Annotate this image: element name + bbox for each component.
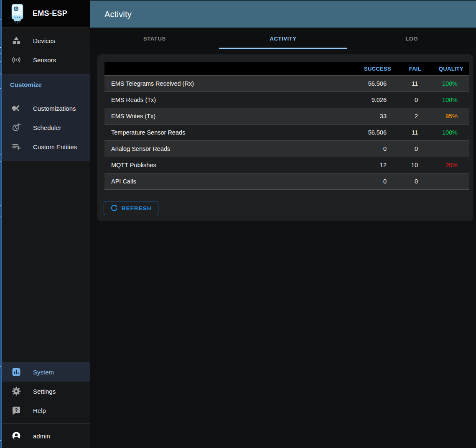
analytics-icon bbox=[11, 367, 21, 377]
sidebar-item-admin[interactable]: admin bbox=[0, 426, 90, 445]
edge-pixels bbox=[0, 0, 1, 1]
boiler-logo-icon bbox=[10, 3, 25, 24]
row-label: MQTT Publishes bbox=[104, 162, 341, 168]
tab-bar: STATUS ACTIVITY LOG bbox=[90, 28, 476, 49]
refresh-icon bbox=[110, 204, 118, 212]
success-value: 12 bbox=[341, 162, 391, 168]
app-name: EMS-ESP bbox=[33, 9, 67, 18]
window-edge-strip bbox=[0, 0, 2, 448]
fail-value: 0 bbox=[391, 97, 429, 103]
quality-value: 100% bbox=[429, 97, 469, 103]
svg-text:?: ? bbox=[15, 407, 18, 413]
main-area: Activity STATUS ACTIVITY LOG SUCCESS FAI… bbox=[90, 0, 476, 448]
sidebar-item-settings[interactable]: Settings bbox=[0, 382, 90, 401]
success-value: 9.026 bbox=[341, 97, 391, 103]
sidebar-item-label: Devices bbox=[33, 37, 55, 44]
row-label: EMS Reads (Tx) bbox=[104, 97, 341, 103]
fail-value: 0 bbox=[391, 145, 429, 152]
row-label: Temperature Sensor Reads bbox=[104, 129, 341, 136]
sidebar-item-label: System bbox=[33, 369, 54, 376]
row-label: EMS Writes (Tx) bbox=[104, 113, 341, 120]
sidebar-item-system[interactable]: System bbox=[0, 362, 90, 382]
sidebar-item-custom-entities[interactable]: Custom Entities bbox=[0, 137, 90, 156]
fail-value: 11 bbox=[391, 129, 429, 136]
sidebar-item-label: Settings bbox=[33, 388, 56, 395]
gear-icon bbox=[11, 386, 21, 396]
column-header-quality: QUALITY bbox=[429, 66, 469, 72]
refresh-button[interactable]: REFRESH bbox=[104, 201, 158, 215]
activity-card: SUCCESS FAIL QUALITY EMS Telegrams Recei… bbox=[97, 54, 473, 221]
sidebar-bottom-nav: System bbox=[0, 362, 90, 423]
table-row: MQTT Publishes121020% bbox=[104, 157, 469, 173]
quality-value: 95% bbox=[429, 113, 469, 120]
sidebar-item-devices[interactable]: Devices bbox=[0, 31, 90, 50]
column-header-success: SUCCESS bbox=[341, 66, 391, 72]
tab-activity[interactable]: ACTIVITY bbox=[219, 28, 348, 49]
sidebar-item-customizations[interactable]: Customizations bbox=[0, 99, 90, 118]
sensors-icon bbox=[11, 55, 21, 65]
table-header-row: SUCCESS FAIL QUALITY bbox=[104, 62, 469, 75]
row-label: Analog Sensor Reads bbox=[104, 145, 341, 152]
table-row: Temperature Sensor Reads56.50611100% bbox=[104, 124, 469, 140]
tab-log[interactable]: LOG bbox=[347, 28, 476, 49]
sidebar-main-nav: Devices Sensors bbox=[0, 28, 90, 74]
page-title: Activity bbox=[104, 10, 132, 19]
user-name-label: admin bbox=[33, 433, 50, 440]
column-header-fail: FAIL bbox=[391, 66, 429, 72]
tab-status[interactable]: STATUS bbox=[90, 28, 219, 49]
success-value: 0 bbox=[341, 145, 391, 152]
table-row: EMS Writes (Tx)33295% bbox=[104, 108, 469, 124]
success-value: 0 bbox=[341, 178, 391, 185]
sidebar-item-label: Scheduler bbox=[33, 124, 61, 131]
construction-icon bbox=[11, 103, 21, 113]
row-label: EMS Telegrams Received (Rx) bbox=[104, 80, 341, 87]
fail-value: 11 bbox=[391, 80, 429, 87]
sidebar-item-label: Custom Entities bbox=[33, 143, 77, 150]
table-row: EMS Telegrams Received (Rx)56.50611100% bbox=[104, 75, 469, 92]
sidebar-customize-section: Customize Customizations bbox=[0, 74, 90, 161]
activity-table-body: EMS Telegrams Received (Rx)56.50611100%E… bbox=[104, 75, 469, 190]
more-time-icon bbox=[11, 122, 21, 132]
sidebar-item-label: Help bbox=[33, 407, 46, 414]
success-value: 56.506 bbox=[341, 80, 391, 87]
sidebar-item-scheduler[interactable]: Scheduler bbox=[0, 118, 90, 137]
account-circle-icon bbox=[11, 431, 21, 441]
sidebar-item-help[interactable]: ? Help bbox=[0, 401, 90, 420]
fail-value: 10 bbox=[391, 162, 429, 168]
row-label: API Calls bbox=[104, 178, 341, 185]
table-row: EMS Reads (Tx)9.0260100% bbox=[104, 92, 469, 108]
help-bubble-icon: ? bbox=[11, 405, 21, 415]
activity-table: SUCCESS FAIL QUALITY EMS Telegrams Recei… bbox=[104, 62, 469, 190]
fail-value: 2 bbox=[391, 113, 429, 120]
playlist-add-icon bbox=[11, 142, 21, 152]
sidebar-item-label: Sensors bbox=[33, 56, 56, 64]
table-row: API Calls00 bbox=[104, 173, 469, 189]
sidebar-user-section: admin bbox=[0, 423, 90, 448]
fail-value: 0 bbox=[391, 178, 429, 185]
customize-section-label: Customize bbox=[0, 79, 90, 91]
category-icon bbox=[11, 36, 21, 46]
appbar: Activity bbox=[90, 0, 476, 28]
app-logo: EMS-ESP bbox=[0, 0, 90, 28]
quality-value: 100% bbox=[429, 129, 469, 136]
table-row: Analog Sensor Reads00 bbox=[104, 140, 469, 157]
quality-value: 100% bbox=[429, 80, 469, 87]
sidebar-item-sensors[interactable]: Sensors bbox=[0, 50, 90, 69]
success-value: 56.506 bbox=[341, 129, 391, 136]
sidebar: EMS-ESP Devices bbox=[0, 0, 90, 448]
sidebar-item-label: Customizations bbox=[33, 105, 76, 112]
success-value: 33 bbox=[341, 113, 391, 120]
sidebar-spacer bbox=[0, 161, 90, 362]
quality-value: 20% bbox=[429, 162, 469, 168]
refresh-button-label: REFRESH bbox=[122, 205, 152, 211]
